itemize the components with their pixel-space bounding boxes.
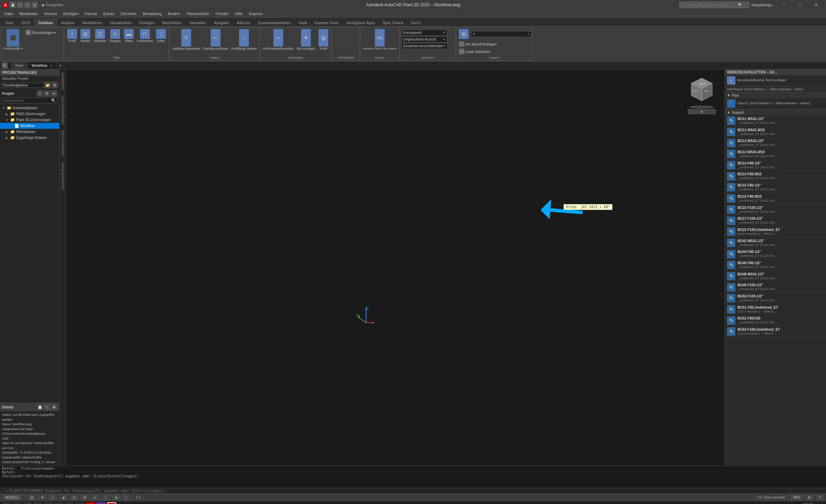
menu-extras[interactable]: Extras: [100, 11, 117, 16]
ribbon-tab-verfuegbare[interactable]: Verfügbare Apps: [343, 19, 379, 26]
tree-node-rohrklassen[interactable]: ▶ 📁 Rohrklassen: [0, 129, 59, 135]
ribbon-btn-leiter[interactable]: ⋮ Leiter: [155, 28, 167, 44]
menu-zeichnen[interactable]: Zeichnen: [118, 11, 139, 16]
ribbon-btn-einstellungen[interactable]: ⚙ Einstellungen ▾: [24, 29, 57, 36]
ribbon-btn-stahlbau-aufloesen[interactable]: ✂ Stahlbau auflösen: [202, 28, 229, 51]
hamburger-menu-icon[interactable]: ☰: [1, 62, 8, 69]
ribbon-btn-profil-wiederherstellen[interactable]: ↩ Profil wiederherstellen: [261, 28, 295, 51]
rp-item-BG22[interactable]: 🔩 BG22 F100,Undefined_ET (SuCri Module 1…: [725, 226, 826, 238]
rp-item-BG16[interactable]: 🔩 BG16 F100-1/2" _Undefined_ET (SuCri Mo…: [725, 204, 826, 216]
rp-item-BG42[interactable]: 🔩 BG42 MS41-1/2" _Undefined_ET (SuCri Mo…: [725, 238, 826, 249]
taskbar-acrobat-button[interactable]: A: [86, 502, 95, 504]
menu-format[interactable]: Format: [82, 11, 100, 16]
search-input[interactable]: [682, 3, 738, 7]
ansicht-dropdown-2[interactable]: Ungesicherte Ansicht ▼: [401, 36, 447, 42]
taskbar-files-button[interactable]: 📁: [34, 502, 43, 504]
menu-einfuegen[interactable]: Einfügen: [61, 11, 81, 16]
ribbon-btn-layer-anpassen[interactable]: ≡ Layer anpassen: [458, 48, 491, 55]
viewcube[interactable]: OBEN RECH VORN ⊕: [686, 76, 718, 115]
taskbar-outlook-button[interactable]: 📧: [76, 502, 85, 504]
lineweight-button[interactable]: ═: [91, 495, 99, 500]
menu-fenster[interactable]: Fenster: [213, 11, 231, 16]
rp-item-BG50[interactable]: 🔩 BG50 F100-1/2" _Undefined_ET (SuCri Mo…: [725, 293, 826, 304]
rp-item-BG17[interactable]: 🔩 BG17 F100-1/2" _Undefined_ET (SuCri Mo…: [725, 215, 826, 226]
osnap-button[interactable]: ⊡: [70, 495, 78, 500]
ribbon-tab-einfuegen[interactable]: Einfügen: [135, 19, 158, 26]
project-select-box[interactable]: Knowledgebase: [1, 83, 44, 88]
settings-button[interactable]: ⚙: [805, 495, 813, 500]
rp-item-BG44[interactable]: 🔩 BG44 F80-1/2" _Undefined_ET (SuCri Mo.…: [725, 248, 826, 260]
details-icon-3[interactable]: ⚙: [51, 404, 57, 410]
project-more-icon[interactable]: ▾: [51, 90, 57, 97]
command-input[interactable]: [9, 489, 825, 493]
project-open-icon[interactable]: 📁: [44, 82, 51, 88]
search-box[interactable]: 🔍: [1, 98, 58, 104]
ribbon-btn-als-aktuell[interactable]: ✓ Als aktuell festlegen: [458, 41, 498, 48]
menu-aendern[interactable]: Ändern: [165, 11, 183, 16]
ansicht-dropdown-3[interactable]: Einzelnes Ansichtsfenster ▼: [401, 43, 448, 49]
side-label-ortho[interactable]: Orthografische DWG: [60, 93, 65, 128]
tree-node-pid[interactable]: ▶ 📁 P&ID-Zeichnungen: [0, 111, 59, 117]
zoom-pct-button[interactable]: 95%: [791, 495, 803, 500]
menu-datei[interactable]: Datei: [1, 11, 16, 16]
menu-express[interactable]: Express: [246, 11, 266, 16]
save-icon[interactable]: 💾: [9, 2, 16, 8]
undo-icon[interactable]: ↩: [17, 2, 23, 8]
menu-bearbeiten[interactable]: Bearbeiten: [17, 11, 41, 16]
ribbon-tab-vault[interactable]: Vault: [295, 19, 311, 26]
rp-pipe-header[interactable]: ▼ Pipe: [725, 92, 826, 98]
tree-node-knowledgebase[interactable]: ▼ 📁 Knowledgebase: [0, 105, 59, 111]
ribbon-tab-analyse[interactable]: Analyse: [57, 19, 78, 26]
ribbon-tab-stahlbau[interactable]: Stahlbau: [34, 19, 57, 26]
ribbon-btn-fundament[interactable]: ⊓ Fundament: [136, 28, 154, 44]
ansicht-dropdown-1[interactable]: Konzeptuell ▼: [401, 30, 447, 36]
ribbon-tab-start[interactable]: Start: [1, 19, 17, 26]
tree-node-dateien[interactable]: ▶ 📁 Zugehörige Dateien: [0, 135, 59, 141]
rp-item-BG51[interactable]: 🔩 BG51 F80,Undefined_ET (SuCri Module 1 …: [725, 304, 826, 315]
rp-pipe-item[interactable]: 🔵 Pipe,PL (SuCri Module 1 – Sikla Extens…: [725, 98, 826, 109]
tree-node-plant3d[interactable]: ▼ 📁 Plant 3D-Zeichnungen: [0, 117, 59, 123]
ribbon-btn-raster[interactable]: ⊞ Raster: [79, 28, 92, 44]
ortho-button[interactable]: ⊥: [49, 495, 57, 500]
redo-icon[interactable]: ↪: [24, 2, 30, 8]
print-icon[interactable]: 🖨: [31, 2, 38, 8]
ribbon-btn-profilmodell[interactable]: ⬛ Profilmodell ▾: [2, 28, 24, 51]
rp-item-BG52[interactable]: 🔩 BG52 F80/100 _Undefined_ET (SuCri Mo..…: [725, 315, 826, 326]
taskbar-word-button[interactable]: W: [65, 502, 74, 504]
viewcube-svg[interactable]: OBEN RECH VORN: [688, 76, 716, 104]
ribbon-tab-verwalten[interactable]: Verwalten: [186, 19, 210, 26]
ribbon-tab-sucri[interactable]: SuCri: [407, 19, 425, 26]
rp-item-BG13[interactable]: 🔩 BG13 MS41-1/2" _Undefined_ET (SuCri Mo…: [725, 138, 826, 149]
rp-item-BG13b[interactable]: 🔩 BG13 MS41-M10 _Undefined_ET (SuCri Mo.…: [725, 149, 826, 160]
tab-workflow-close[interactable]: ×: [50, 63, 52, 68]
minimize-button[interactable]: –: [777, 0, 791, 10]
snap-button[interactable]: ✦: [38, 495, 46, 500]
ribbon-btn-gelaender[interactable]: ∏ Geländer: [92, 28, 107, 44]
ribbon-tab-isos[interactable]: ISOS: [17, 19, 34, 26]
ribbon-tab-expresstools[interactable]: Express Tools: [311, 19, 342, 26]
tree-search-input[interactable]: [3, 99, 51, 103]
polar-button[interactable]: ◈: [60, 495, 68, 500]
rp-item-BG45[interactable]: 🔩 BG45 F80-1/2" _Undefined_ET (SuCri Mo.…: [725, 260, 826, 271]
help-button[interactable]: ?: [816, 495, 823, 500]
rp-support-header[interactable]: ▼ Support: [725, 110, 826, 115]
menu-parametrisch[interactable]: Parametrisch: [184, 11, 212, 16]
ribbon-btn-alle-anzeigen[interactable]: 👁 Alle anzeigen: [295, 28, 316, 51]
qprop-button[interactable]: ⊛: [112, 495, 120, 500]
ribbon-btn-layer-eigenschaften[interactable]: ⊞: [458, 28, 470, 40]
maximize-button[interactable]: □: [793, 0, 807, 10]
taskbar-search-button[interactable]: 🔍: [13, 502, 22, 504]
taskbar-browser-button[interactable]: 🌐: [44, 502, 53, 504]
rp-item-BG11[interactable]: 🔩 BG11 MS41-1/2" _Undefined_ET (SuCri Mo…: [725, 115, 826, 127]
model-button[interactable]: MODELL: [3, 495, 22, 500]
side-label-dynblocks[interactable]: Dynamische Blöcke: [60, 160, 65, 193]
menu-ansicht[interactable]: Ansicht: [42, 11, 60, 16]
taskbar-onenote-button[interactable]: N: [97, 502, 106, 504]
project-settings-icon[interactable]: ⚙: [51, 82, 58, 88]
taskbar-widgets-button[interactable]: ⚡: [23, 502, 32, 504]
ribbon-tab-modellieren[interactable]: Modellieren: [78, 19, 106, 26]
taskbar-teams-button[interactable]: 💬: [55, 502, 64, 504]
tab-start[interactable]: Start: [11, 62, 27, 69]
sel-cycling-button[interactable]: ↕: [123, 495, 130, 500]
rp-item-BG48[interactable]: 🔩 BG48 MS41-1/2" _Undefined_ET (SuCri Mo…: [725, 271, 826, 282]
